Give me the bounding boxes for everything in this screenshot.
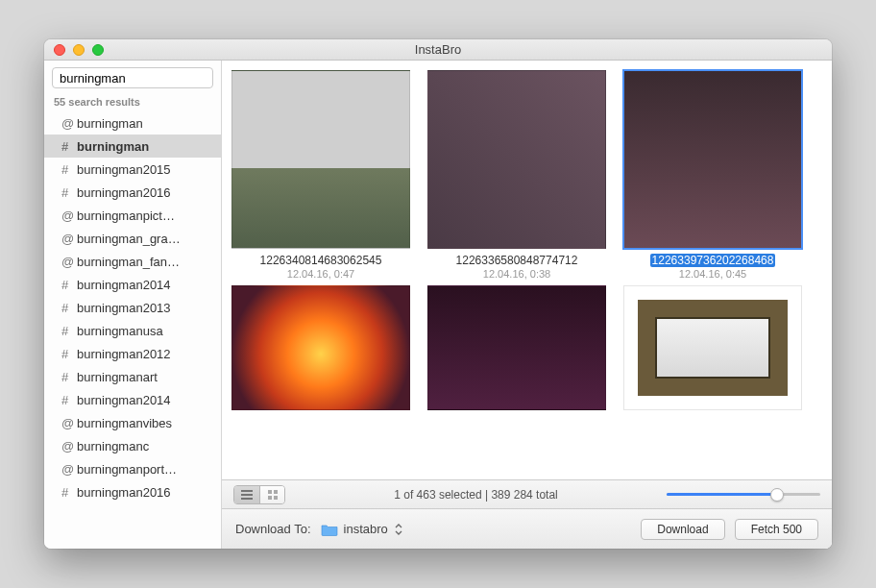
item-date: 12.04.16, 0:45 xyxy=(623,268,802,280)
grid-cell[interactable]: 122634081468306254512.04.16, 0:47 xyxy=(231,70,410,280)
titlebar: InstaBro xyxy=(44,39,832,61)
list-view-button[interactable] xyxy=(234,486,259,503)
thumbnail[interactable] xyxy=(623,70,802,249)
item-date: 12.04.16, 0:38 xyxy=(427,268,606,280)
fetch-button[interactable]: Fetch 500 xyxy=(735,519,818,540)
sidebar: 55 search results @burningman#burningman… xyxy=(44,61,222,549)
download-button[interactable]: Download xyxy=(641,519,724,540)
thumbnail-grid: 122634081468306254512.04.16, 0:471226336… xyxy=(222,61,832,479)
item-id: 1226336580848774712 xyxy=(454,254,580,267)
thumbnail[interactable] xyxy=(231,285,410,410)
download-folder-picker[interactable]: instabro xyxy=(321,522,403,536)
search-result-item[interactable]: @burningman xyxy=(44,111,221,135)
grid-view-button[interactable] xyxy=(259,486,284,503)
thumbnail[interactable] xyxy=(427,70,606,249)
results-count: 55 search results xyxy=(44,94,221,111)
item-id: 1226340814683062545 xyxy=(258,254,384,267)
search-input[interactable] xyxy=(57,71,221,86)
window-title: InstaBro xyxy=(44,42,832,57)
search-field[interactable] xyxy=(52,67,213,88)
bottom-toolbar: Download To: instabro Download Fetch 500 xyxy=(222,508,832,549)
search-result-item[interactable]: @burningmanvibes xyxy=(44,411,221,434)
search-result-item[interactable]: @burningmanc xyxy=(44,434,221,457)
view-toggle[interactable] xyxy=(233,485,285,504)
search-result-item[interactable]: #burningman2016 xyxy=(44,480,221,503)
svg-rect-4 xyxy=(274,490,278,494)
app-window: InstaBro 55 search results @burningman#b… xyxy=(44,39,832,549)
download-to-label: Download To: xyxy=(235,522,311,536)
search-result-item[interactable]: @burningmanport… xyxy=(44,457,221,480)
thumbnail-size-slider[interactable] xyxy=(667,493,820,496)
grid-cell[interactable]: 122633973620226846812.04.16, 0:45 xyxy=(623,70,802,280)
grid-icon xyxy=(268,490,278,500)
grid-cell[interactable]: 122633658084877471212.04.16, 0:38 xyxy=(427,70,606,280)
stepper-icon xyxy=(394,523,403,536)
grid-cell[interactable] xyxy=(623,285,802,410)
grid-cell[interactable] xyxy=(427,285,606,410)
thumbnail[interactable] xyxy=(623,285,802,410)
search-result-item[interactable]: @burningmanpict… xyxy=(44,204,221,227)
search-result-item[interactable]: #burningman2012 xyxy=(44,342,221,365)
search-result-item[interactable]: #burningman2015 xyxy=(44,158,221,181)
list-icon xyxy=(241,490,253,500)
search-results-list[interactable]: @burningman#burningman#burningman2015#bu… xyxy=(44,111,221,549)
search-result-item[interactable]: #burningman2013 xyxy=(44,296,221,319)
grid-cell[interactable] xyxy=(231,285,410,410)
folder-icon xyxy=(321,523,338,536)
svg-rect-5 xyxy=(268,496,272,500)
thumbnail[interactable] xyxy=(427,285,606,410)
item-id: 1226339736202268468 xyxy=(650,254,776,267)
main-panel: 122634081468306254512.04.16, 0:471226336… xyxy=(222,61,832,549)
svg-rect-3 xyxy=(268,490,272,494)
search-result-item[interactable]: #burningman xyxy=(44,135,221,158)
search-result-item[interactable]: #burningman2014 xyxy=(44,273,221,296)
download-folder-name: instabro xyxy=(344,522,388,536)
search-result-item[interactable]: @burningman_gra… xyxy=(44,227,221,250)
selection-status: 1 of 463 selected | 389 284 total xyxy=(285,488,667,502)
thumbnail[interactable] xyxy=(231,70,410,249)
item-date: 12.04.16, 0:47 xyxy=(231,268,410,280)
search-result-item[interactable]: #burningman2016 xyxy=(44,181,221,204)
search-result-item[interactable]: #burningman2014 xyxy=(44,388,221,411)
svg-rect-6 xyxy=(274,496,278,500)
search-result-item[interactable]: @burningman_fan… xyxy=(44,250,221,273)
search-result-item[interactable]: #burningmanusa xyxy=(44,319,221,342)
search-result-item[interactable]: #burningmanart xyxy=(44,365,221,388)
status-bar: 1 of 463 selected | 389 284 total xyxy=(222,479,832,508)
